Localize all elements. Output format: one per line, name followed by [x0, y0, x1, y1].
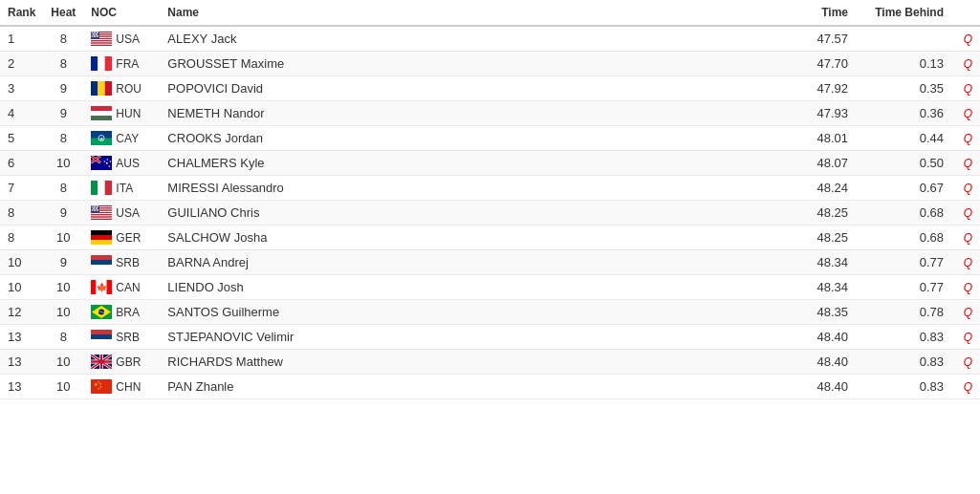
qualification-badge: Q [951, 52, 980, 76]
athlete-name: ALEXY Jack [160, 26, 779, 52]
noc-cell: BRA [83, 300, 160, 325]
athlete-name: STJEPANOVIC Velimir [160, 325, 779, 350]
time-behind-cell: 0.83 [856, 375, 951, 399]
noc-cell: ★ CAY [83, 126, 160, 151]
athlete-name: RICHARDS Matthew [160, 350, 779, 375]
rank-cell: 4 [0, 101, 43, 126]
svg-text:★: ★ [97, 208, 99, 212]
time-cell: 48.40 [779, 350, 856, 375]
time-behind-cell [856, 26, 951, 52]
table-row: 10 9 SRB BARNA Andrej 48.34 0.77 Q [0, 250, 980, 275]
time-behind-cell: 0.44 [856, 126, 951, 151]
heat-cell: 10 [43, 350, 83, 375]
table-row: 5 8 ★ CAY CROOKS Jordan 48.01 0.44 Q [0, 126, 980, 151]
heat-cell: 9 [43, 201, 83, 226]
noc-code: CAY [116, 132, 139, 145]
svg-rect-83 [91, 235, 112, 240]
heat-cell: 8 [43, 52, 83, 76]
table-row: 3 9 ROU POPOVICI David 47.92 0.35 Q [0, 76, 980, 101]
flag-icon [91, 305, 112, 319]
flag-icon [91, 81, 112, 96]
svg-rect-98 [91, 339, 112, 344]
qualification-badge: Q [951, 176, 980, 201]
flag-icon [91, 354, 112, 369]
rank-cell: 8 [0, 226, 43, 250]
rank-cell: 13 [0, 350, 43, 375]
athlete-name: BARNA Andrej [160, 250, 779, 275]
flag-icon: 🍁 [91, 280, 112, 294]
time-cell: 48.07 [779, 151, 856, 176]
flag-icon [91, 181, 112, 195]
heat-cell: 8 [43, 325, 83, 350]
noc-code: ROU [116, 82, 142, 96]
table-row: 1 8 ★★★★★ ★★★★ ★★★★★ USA [0, 26, 980, 52]
svg-rect-97 [91, 334, 112, 339]
table-row: 12 10 BRA SANTOS Guilherme 48.35 0.78 Q [0, 300, 980, 325]
noc-cell: GER [83, 226, 160, 250]
noc-code: FRA [116, 57, 139, 71]
rank-cell: 1 [0, 26, 43, 52]
noc-code: USA [116, 32, 140, 46]
svg-rect-63 [91, 215, 112, 216]
flag-icon [91, 106, 112, 120]
athlete-name: PAN Zhanle [160, 375, 779, 399]
time-behind-cell: 0.13 [856, 52, 951, 76]
table-row: 2 8 FRA GROUSSET Maxime 47.70 0.13 Q [0, 52, 980, 76]
table-row: 13 8 SRB STJEPANOVIC Velimir 48.40 0.83 … [0, 325, 980, 350]
rank-cell: 8 [0, 201, 43, 226]
time-cell: 48.40 [779, 325, 856, 350]
noc-cell: SRB [83, 250, 160, 275]
svg-rect-82 [91, 230, 112, 235]
heat-cell: 9 [43, 250, 83, 275]
svg-rect-29 [98, 56, 105, 71]
noc-code: CAN [116, 281, 140, 294]
time-cell: 48.34 [779, 250, 856, 275]
flag-icon: ★★★★★ ★★★★ ★★★★★ [91, 205, 112, 220]
svg-text:★: ★ [98, 387, 100, 391]
header-time: Time [779, 0, 856, 26]
heat-cell: 10 [43, 151, 83, 176]
qualification-badge: Q [951, 250, 980, 275]
noc-code: GER [116, 231, 141, 245]
svg-rect-61 [91, 213, 112, 214]
time-cell: 47.92 [779, 76, 856, 101]
rank-cell: 7 [0, 176, 43, 201]
table-row: 6 10 ★ ★ ★ ★ ★ AUS CHALMERS Kyle 48.07 0… [0, 151, 980, 176]
time-cell: 48.34 [779, 275, 856, 300]
rank-cell: 10 [0, 275, 43, 300]
svg-rect-65 [91, 218, 112, 219]
table-row: 8 9 ★★★★★ ★★★★ ★★★★★ USA [0, 201, 980, 226]
qualification-badge: Q [951, 201, 980, 226]
time-cell: 48.25 [779, 226, 856, 250]
flag-icon: ★ ★ ★ ★ ★ [91, 379, 112, 394]
rank-cell: 2 [0, 52, 43, 76]
header-spacer [397, 0, 779, 26]
time-behind-cell: 0.50 [856, 151, 951, 176]
svg-rect-30 [105, 56, 112, 71]
results-table: Rank Heat NOC Name Time Time Behind 1 8 [0, 0, 980, 399]
svg-rect-33 [105, 81, 112, 96]
flag-icon: ★ ★ ★ ★ ★ [91, 156, 112, 170]
svg-rect-12 [91, 45, 112, 46]
time-cell: 48.35 [779, 300, 856, 325]
time-behind-cell: 0.77 [856, 275, 951, 300]
header-q [951, 0, 980, 26]
athlete-name: LIENDO Josh [160, 275, 779, 300]
table-header-row: Rank Heat NOC Name Time Time Behind [0, 0, 980, 26]
svg-rect-9 [91, 41, 112, 42]
svg-rect-53 [105, 181, 112, 195]
svg-rect-90 [107, 280, 113, 294]
noc-cell: 🍁 CAN [83, 275, 160, 300]
qualification-badge: Q [951, 325, 980, 350]
noc-cell: FRA [83, 52, 160, 76]
svg-rect-66 [91, 219, 112, 220]
time-cell: 47.70 [779, 52, 856, 76]
qualification-badge: Q [951, 226, 980, 250]
flag-icon [91, 255, 112, 269]
noc-code: BRA [116, 306, 140, 319]
athlete-name: CROOKS Jordan [160, 126, 779, 151]
header-noc: NOC [83, 0, 160, 26]
heat-cell: 10 [43, 275, 83, 300]
heat-cell: 10 [43, 300, 83, 325]
heat-cell: 10 [43, 226, 83, 250]
